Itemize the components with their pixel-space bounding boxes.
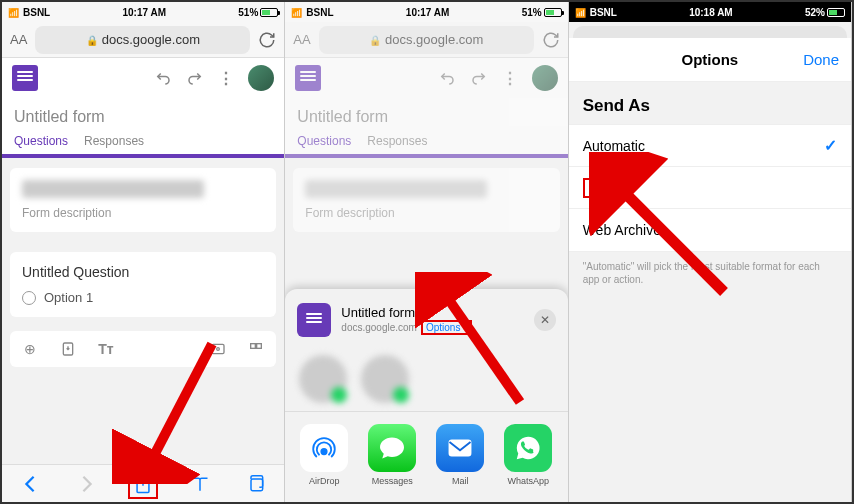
url-bar: AA docs.google.com (285, 22, 567, 58)
svg-rect-8 (450, 441, 471, 456)
tab-responses: Responses (367, 134, 427, 154)
app-airdrop[interactable]: AirDrop (295, 424, 353, 486)
phone-screen-2: BSNL 10:17 AM 51% AA docs.google.com ⋮ U… (285, 2, 568, 502)
app-mail[interactable]: Mail (431, 424, 489, 486)
options-header: Options Done (569, 38, 851, 82)
app-messages[interactable]: Messages (363, 424, 421, 486)
back-button[interactable] (15, 469, 45, 499)
form-tools-bar: ⊕ Tт (10, 331, 276, 367)
bookmarks-button[interactable] (185, 469, 215, 499)
sendas-list: Automatic ✓ PDF Web Archive (569, 124, 851, 252)
done-button[interactable]: Done (803, 51, 839, 68)
lock-icon (86, 32, 98, 47)
form-title: Untitled form (285, 98, 567, 126)
text-icon[interactable]: Tт (96, 339, 116, 359)
contact-avatar[interactable] (361, 355, 409, 403)
undo-icon[interactable] (154, 69, 172, 87)
tabs: Questions Responses (285, 126, 567, 158)
form-header-card[interactable]: Form description (10, 168, 276, 232)
radio-icon (22, 291, 36, 305)
phone-screen-1: BSNL 10:17 AM 51% AA docs.google.com ⋮ U… (2, 2, 285, 502)
section-icon[interactable] (246, 339, 266, 359)
form-header-card: Form description (293, 168, 559, 232)
safari-toolbar (2, 464, 284, 502)
share-button[interactable] (128, 469, 158, 499)
refresh-icon (542, 31, 560, 49)
options-title: Options (681, 51, 738, 68)
time-label: 10:18 AM (689, 7, 733, 18)
app-label: WhatsApp (508, 476, 550, 486)
more-icon[interactable]: ⋮ (218, 69, 234, 88)
forward-button (72, 469, 102, 499)
tab-questions[interactable]: Questions (14, 134, 68, 154)
share-domain: docs.google.com (341, 322, 417, 333)
carrier-label: BSNL (590, 7, 617, 18)
sendas-webarchive[interactable]: Web Archive (569, 209, 851, 251)
sendas-automatic[interactable]: Automatic ✓ (569, 125, 851, 167)
tabs-button[interactable] (241, 469, 271, 499)
redo-icon[interactable] (186, 69, 204, 87)
status-bar: BSNL 10:17 AM 51% (285, 2, 567, 22)
refresh-icon[interactable] (258, 31, 276, 49)
option-label: Option 1 (44, 290, 93, 305)
question-card[interactable]: Untitled Question Option 1 (10, 252, 276, 317)
contact-avatar[interactable] (299, 355, 347, 403)
svg-rect-4 (257, 344, 262, 349)
section-header: Send As (569, 82, 851, 124)
svg-point-7 (322, 449, 327, 454)
battery-indicator: 52% (805, 7, 845, 18)
carrier-label: BSNL (23, 7, 50, 18)
sendas-pdf[interactable]: PDF (569, 167, 851, 209)
status-bar: BSNL 10:18 AM 52% (569, 2, 851, 22)
share-title: Untitled form (341, 305, 523, 320)
svg-rect-1 (212, 344, 224, 353)
text-size-button[interactable]: AA (10, 32, 27, 47)
text-size-button: AA (293, 32, 310, 47)
address-field: docs.google.com (319, 26, 534, 54)
app-label: Messages (372, 476, 413, 486)
signal-icon (575, 7, 586, 18)
phone-screen-3: BSNL 10:18 AM 52% Options Done Send As A… (569, 2, 852, 502)
add-question-icon[interactable]: ⊕ (20, 339, 40, 359)
tabs: Questions Responses (2, 126, 284, 158)
redo-icon (470, 69, 488, 87)
undo-icon (438, 69, 456, 87)
tab-questions: Questions (297, 134, 351, 154)
app-label: AirDrop (309, 476, 340, 486)
more-icon: ⋮ (502, 69, 518, 88)
share-header: Untitled form docs.google.com Options › … (285, 299, 567, 347)
share-doc-icon (297, 303, 331, 337)
share-apps-row: AirDrop Messages Mail WhatsApp (285, 418, 567, 492)
question-title[interactable]: Untitled Question (22, 264, 264, 280)
form-description[interactable]: Form description (22, 206, 264, 220)
share-options-link[interactable]: Options › (421, 320, 472, 335)
form-title[interactable]: Untitled form (2, 98, 284, 126)
app-whatsapp[interactable]: WhatsApp (499, 424, 557, 486)
form-description: Form description (305, 206, 547, 220)
status-bar: BSNL 10:17 AM 51% (2, 2, 284, 22)
avatar (532, 65, 558, 91)
avatar[interactable] (248, 65, 274, 91)
carrier-label: BSNL (306, 7, 333, 18)
forms-toolbar: ⋮ (285, 58, 567, 98)
footnote: "Automatic" will pick the most suitable … (569, 252, 851, 294)
image-icon[interactable] (208, 339, 228, 359)
url-bar: AA docs.google.com (2, 22, 284, 58)
share-contacts-row (285, 347, 567, 412)
battery-indicator: 51% (522, 7, 562, 18)
checkmark-icon: ✓ (824, 136, 837, 155)
tab-responses[interactable]: Responses (84, 134, 144, 154)
form-title-blurred (22, 180, 204, 198)
svg-rect-6 (251, 479, 263, 491)
time-label: 10:17 AM (406, 7, 450, 18)
import-icon[interactable] (58, 339, 78, 359)
share-sheet: Untitled form docs.google.com Options › … (285, 289, 567, 502)
forms-app-icon (12, 65, 38, 91)
forms-app-icon (295, 65, 321, 91)
svg-rect-3 (251, 344, 256, 349)
address-field[interactable]: docs.google.com (35, 26, 250, 54)
share-close-button[interactable]: ✕ (534, 309, 556, 331)
form-title-blurred (305, 180, 487, 198)
option-row[interactable]: Option 1 (22, 290, 264, 305)
battery-indicator: 51% (238, 7, 278, 18)
